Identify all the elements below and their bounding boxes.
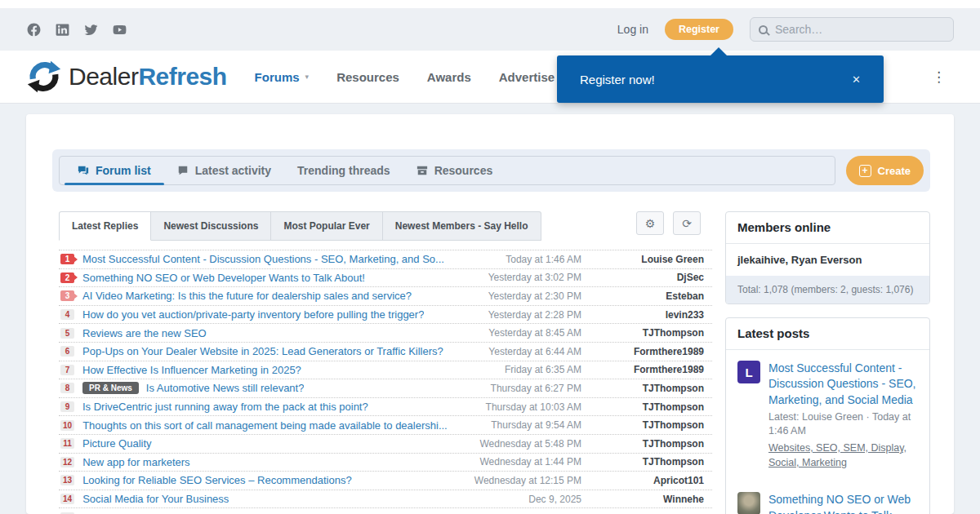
nav-item-resources[interactable]: Resources: [336, 70, 399, 84]
thread-username[interactable]: TJThompson: [581, 401, 704, 413]
thread-date: Yesterday at 2:28 PM: [488, 309, 581, 321]
brand-logo[interactable]: DealerRefresh: [26, 59, 227, 95]
overflow-menu-icon[interactable]: ⋮: [932, 69, 946, 85]
thread-username[interactable]: Esteban: [581, 290, 704, 302]
subtab-most-popular-ever[interactable]: Most Popular Ever: [271, 211, 382, 241]
thread-title-link[interactable]: Picture Quality: [82, 437, 152, 450]
login-link[interactable]: Log in: [617, 23, 648, 36]
thread-username[interactable]: TJThompson: [581, 327, 704, 339]
table-row[interactable]: 10Thoughts on this sort of call manageme…: [59, 416, 712, 435]
youtube-icon[interactable]: [112, 22, 127, 38]
thread-date: Wednesday at 5:48 PM: [479, 438, 581, 450]
thread-title-link[interactable]: Looking for Reliable SEO Services – Reco…: [82, 474, 352, 486]
nav-item-advertise[interactable]: Advertise: [499, 70, 555, 84]
chevron-down-icon: ▾: [305, 73, 310, 81]
thread-date: Thursday at 6:27 PM: [491, 383, 581, 394]
thread-username[interactable]: DjSec: [581, 272, 704, 283]
thread-title-link[interactable]: Is Automotive News still relevant?: [146, 382, 305, 394]
thread-username[interactable]: TJThompson: [581, 456, 704, 467]
twitter-icon[interactable]: [83, 22, 99, 38]
tab-label: Forum list: [96, 164, 151, 177]
create-button[interactable]: + Create: [846, 156, 924, 185]
thread-category-badge[interactable]: PR & News: [82, 382, 139, 394]
register-tooltip: Register now! ✕: [557, 55, 884, 103]
table-row[interactable]: 9Is DriveCentric just running away from …: [59, 398, 712, 417]
thread-title-link[interactable]: Have you used or even heard of EpicVIN?: [82, 512, 281, 514]
thread-rank-badge: 10: [60, 420, 74, 431]
latest-posts-box: Latest posts LMost Successful Content - …: [725, 317, 930, 514]
members-online-box: Members online jlekaihive, Ryan Everson …: [725, 211, 930, 304]
thread-rank-badge: 3: [60, 290, 74, 301]
search-box[interactable]: [750, 17, 954, 42]
tab-forum-list[interactable]: Forum list: [65, 157, 164, 184]
post-body: Most Successful Content - Discussion Que…: [768, 361, 918, 470]
thread-username[interactable]: Louise Green: [581, 254, 704, 265]
close-icon[interactable]: ✕: [852, 73, 861, 86]
thread-title-link[interactable]: Pop-Ups on Your Dealer Website in 2025: …: [82, 345, 443, 357]
thread-title-link[interactable]: Most Successful Content - Discussion Que…: [82, 253, 444, 265]
thread-title-link[interactable]: Social Media for Your Business: [82, 493, 229, 505]
thread-title-link[interactable]: How Effective Is Influencer Marketing in…: [82, 364, 301, 376]
thread-title-link[interactable]: Thoughts on this sort of call management…: [82, 419, 448, 432]
tab-resources[interactable]: Resources: [403, 157, 506, 184]
subtab-newest-discussions[interactable]: Newest Discussions: [151, 211, 271, 241]
table-row[interactable]: 8PR & NewsIs Automotive News still relev…: [59, 379, 712, 398]
tab-trending-threads[interactable]: Trending threads: [284, 157, 403, 184]
thread-title-link[interactable]: Is DriveCentric just running away from t…: [82, 401, 368, 413]
nav-item-awards[interactable]: Awards: [427, 70, 471, 84]
table-row[interactable]: 5Reviews are the new SEOYesterday at 8:4…: [59, 324, 712, 343]
table-row[interactable]: 13Looking for Reliable SEO Services – Re…: [59, 472, 712, 490]
post-meta: Latest: Louise Green · Today at 1:46 AM: [768, 410, 918, 439]
member-link[interactable]: Ryan Everson: [791, 254, 862, 266]
thread-username[interactable]: Formthere1989: [581, 364, 704, 375]
sidebar: Members online jlekaihive, Ryan Everson …: [725, 211, 930, 514]
table-row[interactable]: 11Picture QualityWednesday at 5:48 PMTJT…: [59, 435, 712, 454]
subtab-newest-members-say-hello[interactable]: Newest Members - Say Hello: [383, 211, 541, 241]
table-row[interactable]: 2Something NO SEO or Web Developer Wants…: [59, 269, 712, 288]
table-row[interactable]: 1Most Successful Content - Discussion Qu…: [59, 250, 712, 269]
table-row[interactable]: 4How do you vet auction/private-party in…: [59, 306, 712, 325]
search-input[interactable]: [775, 23, 945, 36]
thread-title-link[interactable]: How do you vet auction/private-party inv…: [82, 308, 424, 321]
post-tag-links[interactable]: Websites, SEO, SEM, Display, Social, Mar…: [768, 441, 918, 470]
thread-username[interactable]: Apricot101: [581, 475, 704, 486]
thread-title-link[interactable]: AI Video Marketing: Is this the future f…: [82, 290, 412, 302]
thread-username[interactable]: Winnehe: [581, 494, 704, 505]
subtab-latest-replies[interactable]: Latest Replies: [59, 211, 151, 241]
members-online-title: Members online: [726, 212, 929, 244]
thread-rank-badge: 7: [60, 365, 74, 375]
avatar[interactable]: L: [737, 361, 760, 383]
table-row[interactable]: 12New app for marketersWednesday at 1:44…: [59, 454, 712, 472]
linkedin-icon[interactable]: [55, 22, 70, 38]
settings-button[interactable]: ⚙: [636, 211, 664, 235]
avatar-photo[interactable]: [737, 492, 760, 514]
nav-item-forums[interactable]: Forums▾: [255, 70, 310, 84]
thread-rank-badge: 13: [60, 475, 74, 485]
table-row[interactable]: 6Pop-Ups on Your Dealer Website in 2025:…: [59, 343, 712, 361]
thread-username[interactable]: TJThompson: [581, 438, 704, 450]
table-row[interactable]: 14Social Media for Your BusinessDec 9, 2…: [59, 490, 712, 509]
post-title-link[interactable]: Most Successful Content - Discussion Que…: [768, 361, 918, 408]
facebook-icon[interactable]: [26, 22, 42, 38]
thread-title-link[interactable]: Reviews are the new SEO: [82, 327, 207, 339]
tab-latest-activity[interactable]: Latest activity: [164, 157, 284, 184]
table-row[interactable]: 15Have you used or even heard of EpicVIN…: [59, 508, 712, 514]
thread-title-link[interactable]: New app for marketers: [82, 456, 190, 468]
register-button[interactable]: Register: [665, 19, 733, 40]
thread-username[interactable]: TJThompson: [581, 383, 704, 394]
member-link[interactable]: jlekaihive: [737, 254, 786, 266]
table-row[interactable]: 3AI Video Marketing: Is this the future …: [59, 287, 712, 306]
thread-title-link[interactable]: Something NO SEO or Web Developer Wants …: [82, 272, 365, 284]
refresh-button[interactable]: ⟳: [673, 211, 701, 235]
thread-rank-badge: 5: [60, 328, 74, 339]
search-icon: [759, 25, 768, 34]
thread-rank-badge: 4: [60, 309, 74, 320]
social-links: [26, 22, 127, 38]
primary-nav: Forums▾ResourcesAwardsAdvertise: [255, 70, 555, 84]
thread-date: Yesterday at 2:30 PM: [488, 290, 581, 302]
thread-username[interactable]: TJThompson: [581, 419, 704, 431]
post-title-link[interactable]: Something NO SEO or Web Developer Wants …: [768, 492, 918, 514]
table-row[interactable]: 7How Effective Is Influencer Marketing i…: [59, 361, 712, 380]
thread-username[interactable]: Formthere1989: [581, 346, 704, 357]
thread-username[interactable]: levin233: [581, 309, 704, 321]
